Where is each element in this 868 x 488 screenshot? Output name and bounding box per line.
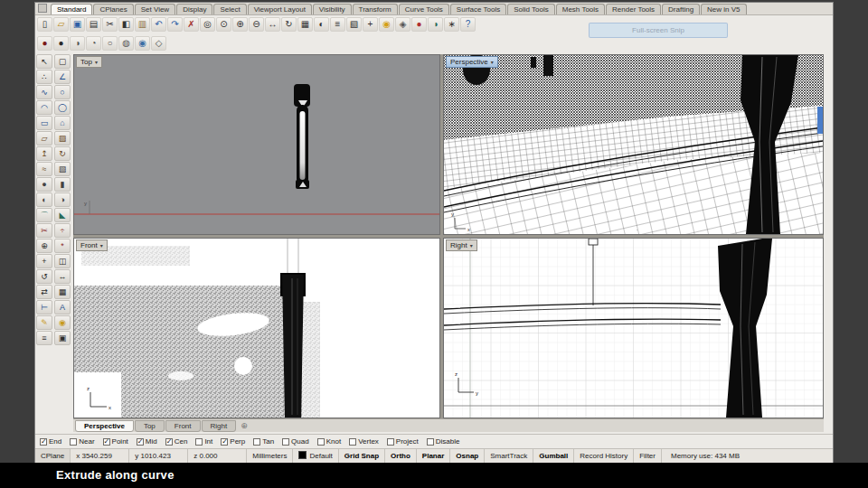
new-file-icon[interactable]: ▯ (37, 17, 52, 32)
render-dark-icon[interactable]: ● (53, 36, 69, 51)
viewport-title-top[interactable]: Top ▾ (76, 56, 102, 68)
checkbox[interactable] (427, 438, 434, 446)
fillet-icon[interactable]: ⌒ (36, 208, 52, 222)
redo-icon[interactable]: ↷ (167, 17, 183, 32)
options-icon[interactable]: ∗ (444, 17, 459, 32)
explode-icon[interactable]: * (54, 239, 71, 253)
open-file-icon[interactable]: ▱ (53, 17, 69, 32)
osnap-option[interactable]: Perp (221, 437, 245, 446)
cplane-button[interactable]: CPlane (35, 449, 71, 464)
viewport-tab[interactable]: Top (135, 420, 165, 432)
viewport-tab[interactable]: Perspective (75, 420, 134, 432)
right-viewport-canvas[interactable]: y z (444, 239, 823, 418)
text-tool-icon[interactable]: A (54, 300, 71, 314)
extrude-icon[interactable]: ↥ (36, 146, 52, 161)
viewport-title-right[interactable]: Right ▾ (446, 239, 477, 251)
save-file-icon[interactable]: ▣ (70, 17, 85, 32)
wireframe-view-icon[interactable]: ○ (102, 36, 118, 51)
cylinder-icon[interactable]: ▮ (54, 177, 71, 192)
checkbox[interactable] (137, 438, 144, 446)
xray-view-icon[interactable]: ◍ (118, 36, 134, 51)
checkbox[interactable] (103, 438, 110, 446)
osnap-option[interactable]: Point (103, 437, 128, 446)
zoom-in-icon[interactable]: ⊕ (232, 17, 248, 32)
zoom-extents-icon[interactable]: ⊙ (216, 17, 231, 32)
loft-surface-icon[interactable]: ▨ (54, 131, 71, 145)
layer-tool-icon[interactable]: ≡ (36, 331, 52, 345)
point-icon[interactable]: ∴ (36, 70, 52, 84)
sweep-icon[interactable]: ≈ (36, 162, 52, 176)
status-toggle[interactable]: Filter (634, 449, 662, 464)
menu-tab[interactable]: Curve Tools (399, 4, 449, 14)
ghosted-view-icon[interactable]: ◔ (86, 36, 101, 51)
osnap-option[interactable]: Knot (317, 437, 341, 446)
osnap-option[interactable]: Quad (282, 437, 309, 446)
lamp-icon[interactable]: ◉ (54, 315, 71, 330)
render-icon[interactable]: ● (411, 17, 427, 32)
checkbox[interactable] (195, 438, 203, 446)
osnap-option[interactable]: End (40, 437, 61, 446)
new-viewport-tab-button[interactable]: ⊕ (241, 420, 248, 432)
dimension-icon[interactable]: ⊢ (36, 300, 52, 314)
osnap-option[interactable]: Project (387, 437, 419, 446)
checkbox[interactable] (317, 438, 325, 446)
object-properties-icon[interactable]: ▧ (346, 17, 362, 32)
status-toggle[interactable]: Grid Snap (339, 449, 385, 464)
viewport-title-front[interactable]: Front ▾ (76, 239, 108, 251)
rotate-view-icon[interactable]: ↻ (281, 17, 297, 32)
trim-icon[interactable]: ✂ (36, 223, 52, 238)
status-toggle[interactable]: Record History (574, 449, 634, 464)
circle-icon[interactable]: ○ (54, 85, 71, 99)
viewport-tab[interactable]: Front (165, 420, 201, 432)
checkbox[interactable] (70, 438, 77, 446)
viewport-title-perspective[interactable]: Perspective ▾ (446, 56, 498, 68)
status-toggle[interactable]: Ortho (385, 449, 417, 464)
selection-brush-icon[interactable]: ▢ (54, 54, 71, 69)
sphere-icon[interactable]: ● (36, 177, 52, 192)
print-icon[interactable]: ▤ (86, 17, 101, 32)
checkbox[interactable] (165, 438, 173, 446)
named-views-icon[interactable]: ▦ (297, 17, 313, 32)
pencil-icon[interactable]: ✎ (36, 315, 52, 330)
osnap-option[interactable]: Tan (253, 437, 274, 446)
viewport-tab[interactable]: Right (202, 420, 237, 432)
freeform-curve-icon[interactable]: ∿ (36, 85, 52, 99)
boolean-difference-icon[interactable]: ◑ (54, 192, 71, 207)
lightbulb-icon[interactable]: ◉ (379, 17, 394, 32)
move-tool-icon[interactable]: + (36, 254, 52, 268)
flat-shade-icon[interactable]: ◇ (151, 36, 166, 51)
osnap-option[interactable]: Int (195, 437, 212, 446)
menu-tab[interactable]: Render Tools (606, 4, 661, 14)
chamfer-icon[interactable]: ◣ (54, 208, 71, 222)
checkbox[interactable] (387, 438, 394, 446)
render-preview-icon[interactable]: ● (37, 36, 52, 51)
help-icon[interactable]: ? (460, 17, 476, 32)
layer-pane[interactable]: Default (293, 449, 338, 464)
split-icon[interactable]: ÷ (54, 223, 71, 238)
polygon-icon[interactable]: ⌂ (54, 116, 71, 130)
cut-icon[interactable]: ✂ (102, 17, 118, 32)
menu-tab[interactable]: Set View (135, 4, 175, 14)
menu-tab[interactable]: Display (176, 4, 212, 14)
osnap-option[interactable]: Disable (427, 437, 460, 446)
menu-tab[interactable]: Transform (353, 4, 398, 14)
checkbox[interactable] (221, 438, 228, 446)
menu-tab[interactable]: Visibility (313, 4, 352, 14)
checkbox[interactable] (253, 438, 260, 446)
layers-icon[interactable]: ≡ (330, 17, 345, 32)
undo-icon[interactable]: ↶ (151, 17, 166, 32)
box-icon[interactable]: ▧ (54, 162, 71, 176)
ellipse-icon[interactable]: ◯ (54, 100, 71, 115)
status-toggle[interactable]: Gumball (533, 449, 574, 464)
checkbox[interactable] (40, 438, 47, 446)
arc-icon[interactable]: ◠ (36, 100, 52, 115)
osnap-option[interactable]: Cen (165, 437, 188, 446)
surface-plane-icon[interactable]: ▱ (36, 131, 52, 145)
shaded-view-icon[interactable]: ◑ (70, 36, 85, 51)
osnap-option[interactable]: Vertex (349, 437, 379, 446)
paste-icon[interactable]: ▥ (135, 17, 150, 32)
revolve-icon[interactable]: ↻ (54, 146, 71, 161)
group-icon[interactable]: ▣ (54, 331, 71, 345)
rendered-view-icon[interactable]: ◉ (135, 36, 150, 51)
menu-tab[interactable]: Mesh Tools (556, 4, 605, 14)
